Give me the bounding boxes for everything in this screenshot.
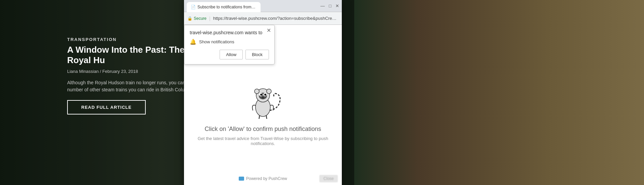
svg-point-9: [267, 89, 271, 94]
popup-permission-text: Show notifications: [199, 39, 234, 44]
article-content: TRANSPORTATION A Window Into the Past: T…: [67, 37, 195, 114]
svg-point-5: [260, 94, 262, 96]
article-category: TRANSPORTATION: [67, 37, 195, 42]
browser-content: ✕ travel-wise.pushcrew.com wants to 🔔 Sh…: [184, 25, 342, 185]
window-controls: — □ ✕: [320, 4, 339, 8]
popup-buttons: Allow Block: [190, 50, 269, 59]
lock-icon: 🔒: [187, 16, 192, 21]
address-separator: |: [209, 16, 211, 21]
popup-site-text: travel-wise.pushcrew.com wants to: [190, 30, 269, 35]
allow-button[interactable]: Allow: [220, 50, 243, 59]
pushcrew-content: Click on 'Allow' to confirm push notific…: [184, 68, 342, 166]
tab-favicon-icon: 📄: [191, 5, 195, 9]
article-meta: Liana Minassian / February 23, 2018: [67, 69, 195, 74]
tab-title: Subscribe to notifications from Perk.com…: [197, 5, 257, 9]
popup-close-button[interactable]: ✕: [267, 28, 271, 33]
minimize-button[interactable]: —: [320, 4, 325, 8]
lemur-illustration: [244, 79, 281, 119]
notification-popup: ✕ travel-wise.pushcrew.com wants to 🔔 Sh…: [184, 25, 275, 64]
close-widget-button[interactable]: Close: [319, 175, 338, 182]
svg-point-8: [255, 89, 259, 94]
browser-window: 📄 Subscribe to notifications from Perk.c…: [184, 0, 342, 185]
bell-icon: 🔔: [190, 39, 196, 45]
svg-point-7: [262, 97, 264, 99]
svg-point-6: [264, 94, 266, 96]
browser-tab[interactable]: 📄 Subscribe to notifications from Perk.c…: [187, 2, 261, 12]
close-window-button[interactable]: ✕: [335, 4, 339, 8]
pushcrew-subtext: Get the latest travel advice from Travel…: [197, 136, 328, 146]
pushcrew-footer: Powered by PushCrew: [184, 176, 342, 181]
article-excerpt: Although the Royal Hudson train no longe…: [67, 79, 195, 93]
address-url[interactable]: https://travel-wise.pushcrew.com/?action…: [213, 16, 338, 21]
secure-badge: 🔒 Secure: [187, 16, 206, 21]
pushcrew-footer-text: Powered by PushCrew: [246, 176, 287, 181]
popup-permission: 🔔 Show notifications: [190, 39, 269, 45]
maximize-button[interactable]: □: [329, 4, 331, 8]
pushcrew-logo-icon: [239, 177, 244, 181]
article-title: A Window Into the Past: The Royal Hu: [67, 45, 195, 65]
secure-label: Secure: [194, 16, 206, 21]
read-more-button[interactable]: READ FULL ARTICLE: [67, 100, 146, 114]
browser-addressbar: 🔒 Secure | https://travel-wise.pushcrew.…: [184, 12, 342, 25]
block-button[interactable]: Block: [245, 50, 269, 59]
pushcrew-headline: Click on 'Allow' to confirm push notific…: [204, 126, 321, 133]
browser-titlebar: 📄 Subscribe to notifications from Perk.c…: [184, 0, 342, 12]
